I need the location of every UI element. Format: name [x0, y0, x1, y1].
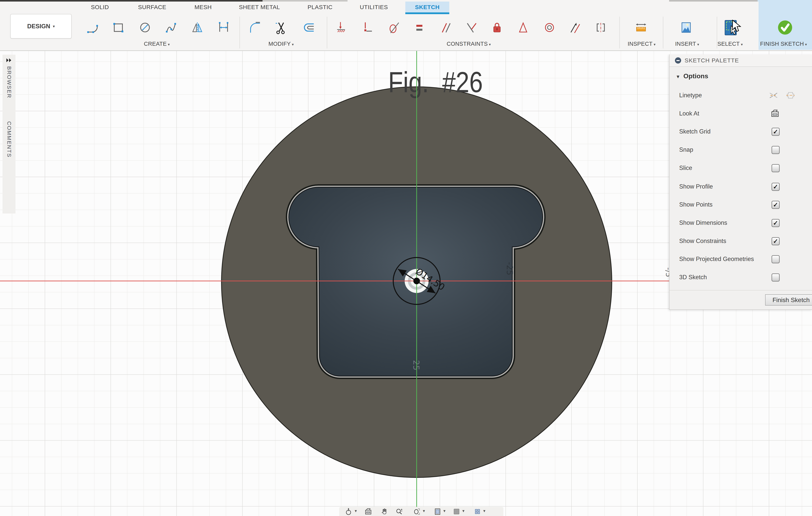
perpendicular-constraint-icon[interactable]	[461, 16, 481, 39]
tab-plastic[interactable]: PLASTIC	[308, 4, 332, 10]
tab-sketch[interactable]: SKETCH	[405, 2, 450, 14]
group-label-constraints: CONSTRAINTS▾	[447, 41, 491, 47]
3d-sketch-checkbox[interactable]: ✓	[772, 273, 780, 281]
option-label: Slice	[679, 159, 692, 177]
dim-right[interactable]: -25	[505, 262, 515, 275]
tab-surface[interactable]: SURFACE	[138, 4, 166, 10]
show-points-checkbox[interactable]: ✓	[772, 201, 780, 209]
fix-unfix-constraint-icon[interactable]	[487, 16, 507, 39]
show-profile-checkbox[interactable]: ✓	[772, 183, 780, 191]
snap-checkbox[interactable]: ✓	[772, 146, 780, 154]
toolbar: SOLID SURFACE MESH SHEET METAL PLASTIC U…	[0, 0, 812, 51]
midpoint-constraint-icon[interactable]	[591, 16, 611, 39]
chevron-down-icon[interactable]: ▾	[355, 509, 357, 514]
chevron-down-icon[interactable]: ▾	[483, 509, 485, 514]
window-top-strip	[263, 0, 348, 2]
trim-tool-icon[interactable]	[271, 16, 291, 39]
dim-bottom[interactable]: 25	[411, 360, 421, 370]
left-rail: BROWSER COMMENTS	[2, 55, 16, 214]
construction-linetype-icon[interactable]	[768, 90, 778, 100]
window-top-strip	[348, 0, 669, 2]
chevron-down-icon[interactable]: ▾	[697, 43, 699, 47]
finish-sketch-check-icon[interactable]	[775, 16, 795, 39]
show-constraints-checkbox[interactable]: ✓	[772, 237, 780, 245]
tab-mesh[interactable]: MESH	[194, 4, 212, 10]
sketch-grid-checkbox[interactable]: ✓	[772, 128, 780, 136]
fit-icon[interactable]	[412, 507, 421, 516]
chevron-down-icon[interactable]: ▾	[654, 43, 656, 47]
coincident-constraint-icon[interactable]	[331, 16, 351, 39]
grid-display-icon[interactable]	[452, 507, 461, 516]
collapse-panel-icon[interactable]	[674, 57, 682, 64]
options-section-header[interactable]: ▼Options	[676, 72, 708, 80]
symmetry-constraint-icon[interactable]	[513, 16, 533, 39]
palette-row-linetype: Linetype	[669, 86, 812, 104]
rectangle-tool-icon[interactable]	[109, 16, 128, 39]
design-menu-button[interactable]: DESIGN ▾	[10, 14, 71, 38]
window-top-strip	[669, 0, 758, 2]
chevron-down-icon[interactable]: ▾	[443, 509, 445, 514]
tangent-constraint-icon[interactable]	[383, 16, 404, 39]
pan-icon[interactable]	[380, 507, 389, 516]
show-projected-geometries-checkbox[interactable]: ✓	[772, 255, 780, 263]
palette-row-sketch-grid: Sketch Grid ✓	[669, 123, 812, 141]
chevron-down-icon[interactable]: ▾	[292, 43, 294, 47]
group-label-insert: INSERT▾	[675, 41, 699, 47]
sketch-palette: SKETCH PALETTE ▼Options Linetype Look At	[669, 54, 812, 310]
palette-row-look-at: Look At	[669, 104, 812, 123]
look-at-icon[interactable]	[770, 109, 780, 118]
zoom-icon[interactable]	[395, 507, 404, 516]
insert-image-tool-icon[interactable]	[676, 16, 696, 39]
tab-utilities[interactable]: UTILITIES	[360, 4, 388, 10]
finish-sketch-button[interactable]: Finish Sketch	[765, 294, 812, 305]
option-label: Sketch Grid	[679, 123, 710, 141]
option-label: Snap	[679, 141, 693, 159]
palette-row-show-projected-geometries: Show Projected Geometries ✓	[669, 250, 812, 268]
display-settings-icon[interactable]	[433, 507, 442, 516]
palette-header[interactable]: SKETCH PALETTE	[669, 54, 812, 67]
offset-tool-icon[interactable]	[298, 16, 319, 39]
sketch-dimension-tool-icon[interactable]	[213, 16, 234, 39]
equal-constraint-icon[interactable]	[409, 16, 429, 39]
centerline-linetype-icon[interactable]	[786, 90, 795, 100]
fillet-tool-icon[interactable]	[245, 16, 265, 39]
parallel-constraint-icon[interactable]	[435, 16, 455, 39]
toolbar-separator	[619, 17, 620, 49]
viewports-icon[interactable]	[473, 507, 482, 516]
tab-solid[interactable]: SOLID	[91, 4, 109, 10]
chevron-down-icon[interactable]: ▾	[168, 43, 170, 47]
look-at-icon[interactable]	[364, 507, 373, 516]
triangle-down-icon: ▼	[676, 74, 680, 79]
spline-tool-icon[interactable]	[161, 16, 181, 39]
toolbar-separator	[327, 17, 327, 49]
window-top-strip	[0, 0, 263, 2]
toolbar-separator	[663, 17, 663, 49]
group-label-modify: MODIFY▾	[268, 41, 294, 47]
figure-label: Fig. #26	[388, 66, 483, 99]
option-label: Show Projected Geometries	[679, 250, 754, 268]
group-label-inspect: INSPECT▾	[628, 41, 656, 47]
tab-sheet-metal[interactable]: SHEET METAL	[239, 4, 280, 10]
chevron-down-icon[interactable]: ▾	[741, 43, 743, 47]
view-navigation-bar: ▾ ▾ ▾ ▾	[339, 507, 503, 516]
chevron-down-icon[interactable]: ▾	[423, 509, 425, 514]
show-dimensions-checkbox[interactable]: ✓	[772, 219, 780, 227]
orbit-icon[interactable]	[344, 507, 353, 516]
expand-panel-icon[interactable]	[6, 58, 12, 63]
sidebar-item-browser[interactable]: BROWSER	[6, 66, 12, 99]
chevron-down-icon[interactable]: ▾	[805, 43, 807, 47]
chevron-down-icon[interactable]: ▾	[489, 43, 491, 47]
circle-tool-icon[interactable]	[135, 16, 155, 39]
sidebar-item-comments[interactable]: COMMENTS	[6, 121, 12, 158]
option-label: Look At	[679, 104, 699, 123]
chevron-down-icon[interactable]: ▾	[462, 509, 464, 514]
measure-tool-icon[interactable]	[631, 16, 651, 39]
toolbar-separator	[717, 17, 717, 49]
slice-checkbox[interactable]: ✓	[772, 164, 780, 172]
mirror-tool-icon[interactable]	[187, 16, 207, 39]
concentric-constraint-icon[interactable]	[540, 16, 559, 39]
horizontal-vertical-constraint-icon[interactable]	[357, 16, 377, 39]
design-menu-label: DESIGN	[27, 23, 50, 30]
curvature-constraint-icon[interactable]	[565, 16, 585, 39]
line-tool-icon[interactable]	[83, 16, 103, 39]
